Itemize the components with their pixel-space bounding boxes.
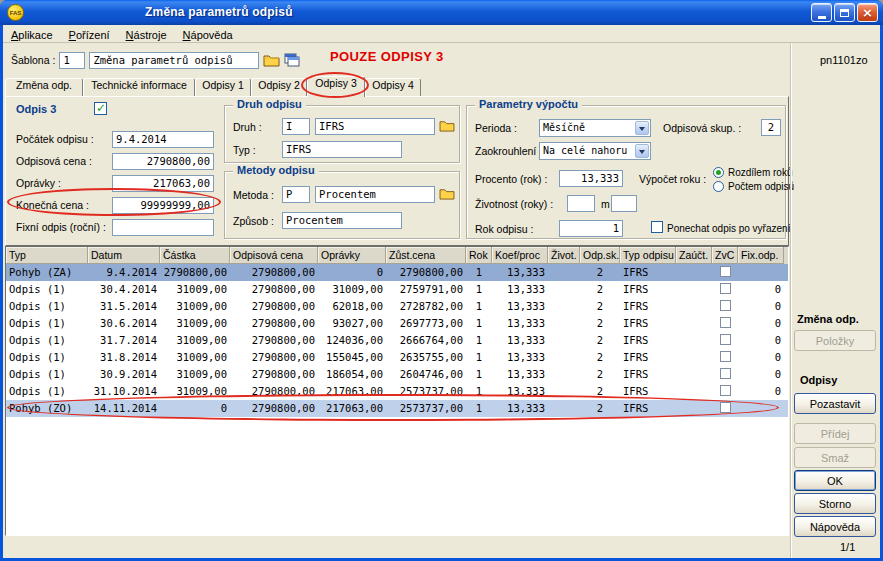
druh-code-field[interactable]: I bbox=[282, 118, 310, 135]
zvc-checkbox[interactable] bbox=[720, 334, 731, 345]
opravky-field[interactable]: 217063,00 bbox=[112, 175, 214, 192]
table-row-4[interactable]: Odpis (1)30.6.201431009,002790800,009302… bbox=[6, 315, 788, 332]
typ-field[interactable]: IFRS bbox=[282, 141, 402, 158]
zvc-checkbox[interactable] bbox=[720, 351, 731, 362]
pocatek-odpisu-field[interactable]: 9.4.2014 bbox=[112, 131, 214, 148]
odpis3-checkbox[interactable] bbox=[94, 102, 107, 115]
help-button[interactable]: Nápověda bbox=[794, 516, 876, 537]
cell: 13,333 bbox=[492, 315, 548, 332]
table-row-1[interactable]: Pohyb (ZA)9.4.20142790800,002790800,0002… bbox=[6, 264, 788, 281]
cell bbox=[712, 298, 738, 315]
druh-lookup-folder-icon[interactable] bbox=[439, 119, 455, 132]
cell: 0 bbox=[738, 383, 784, 400]
rok-odpisu-field[interactable]: 1 bbox=[559, 220, 623, 237]
ponechat-checkbox[interactable] bbox=[651, 221, 663, 233]
perioda-select[interactable]: Měsíčně bbox=[539, 119, 651, 137]
cell: 217063,00 bbox=[318, 400, 386, 417]
cell: 13,333 bbox=[492, 332, 548, 349]
zvc-checkbox[interactable] bbox=[720, 317, 731, 328]
zvc-checkbox[interactable] bbox=[720, 385, 731, 396]
maximize-button[interactable] bbox=[834, 3, 855, 22]
zpusob-field[interactable]: Procentem bbox=[282, 212, 402, 229]
odpisova-cena-label: Odpisová cena : bbox=[16, 155, 112, 167]
table-row-6[interactable]: Odpis (1)31.8.201431009,002790800,001550… bbox=[6, 349, 788, 366]
ok-button[interactable]: OK bbox=[794, 470, 876, 491]
odpisova-skup-field[interactable]: 2 bbox=[761, 119, 781, 136]
cell: IFRS bbox=[620, 400, 676, 417]
zaokrouhleni-select[interactable]: Na celé nahoru bbox=[539, 142, 651, 160]
cell: 2635755,00 bbox=[386, 349, 466, 366]
cell: 30.4.2014 bbox=[88, 281, 160, 298]
cell: 2 bbox=[580, 281, 620, 298]
cell: 1 bbox=[466, 332, 492, 349]
tab-odpisy-3[interactable]: Odpisy 3 bbox=[307, 76, 365, 97]
menu-porizeni[interactable]: Pořízení bbox=[61, 27, 118, 44]
column-header: Rok bbox=[466, 247, 492, 264]
tab-odpisy-4[interactable]: Odpisy 4 bbox=[365, 78, 421, 96]
cell: 31009,00 bbox=[160, 281, 230, 298]
tab-zmena-odp[interactable]: Změna odp. bbox=[5, 78, 83, 96]
odpisova-cena-field[interactable]: 2790800,00 bbox=[112, 153, 214, 170]
konecna-cena-field[interactable]: 99999999,00 bbox=[112, 197, 214, 214]
cell: 0 bbox=[738, 315, 784, 332]
pause-button[interactable]: Pozastavit bbox=[794, 393, 876, 414]
menu-aplikace[interactable]: Aplikace bbox=[3, 27, 61, 44]
zivotnost-field[interactable] bbox=[567, 195, 595, 212]
perioda-value: Měsíčně bbox=[543, 122, 585, 133]
cell: 31009,00 bbox=[160, 298, 230, 315]
metoda-code-field[interactable]: P bbox=[282, 186, 310, 203]
cell: 31009,00 bbox=[160, 383, 230, 400]
druh-name-field[interactable]: IFRS bbox=[315, 118, 435, 135]
zvc-checkbox[interactable] bbox=[720, 266, 731, 277]
metoda-name-field[interactable]: Procentem bbox=[315, 186, 435, 203]
cell: 62018,00 bbox=[318, 298, 386, 315]
cancel-button[interactable]: Storno bbox=[794, 493, 876, 514]
minimize-button[interactable] bbox=[811, 3, 832, 22]
column-header: Život. bbox=[548, 247, 580, 264]
tab-odpisy-1[interactable]: Odpisy 1 bbox=[195, 78, 251, 96]
cell bbox=[712, 281, 738, 298]
dropdown-arrow-icon bbox=[635, 144, 649, 158]
zvc-checkbox[interactable] bbox=[720, 402, 731, 413]
tab-technicke-informace[interactable]: Technické informace bbox=[83, 78, 195, 96]
cell bbox=[548, 332, 580, 349]
fixni-odpis-rocni-field[interactable] bbox=[112, 219, 214, 236]
tab-odpisy-2[interactable]: Odpisy 2 bbox=[251, 78, 307, 96]
zivotnost-months-field[interactable] bbox=[611, 195, 637, 212]
table-row-2[interactable]: Odpis (1)30.4.201431009,002790800,003100… bbox=[6, 281, 788, 298]
minimize-icon bbox=[818, 16, 826, 19]
open-template-folder-icon[interactable] bbox=[263, 53, 280, 67]
column-header: Datum bbox=[88, 247, 160, 264]
menu-nastroje[interactable]: Nástroje bbox=[118, 27, 175, 44]
depreciation-table: TypDatumČástkaOdpisová cenaOprávkyZůst.c… bbox=[5, 246, 789, 536]
cell: Odpis (1) bbox=[6, 366, 88, 383]
vypocet-radio-rozdilem[interactable]: Rozdílem roků bbox=[713, 167, 792, 178]
metoda-lookup-folder-icon[interactable] bbox=[439, 187, 455, 200]
title-bar[interactable]: FAS Změna parametrů odpisů × bbox=[0, 0, 883, 25]
template-windows-icon[interactable] bbox=[284, 53, 300, 67]
dropdown-arrow-icon bbox=[635, 121, 649, 135]
close-button[interactable]: × bbox=[857, 3, 878, 22]
procento-field[interactable]: 13,333 bbox=[559, 170, 623, 187]
table-row-3[interactable]: Odpis (1)31.5.201431009,002790800,006201… bbox=[6, 298, 788, 315]
zvc-checkbox[interactable] bbox=[720, 300, 731, 311]
warning-text: POUZE ODPISY 3 bbox=[330, 49, 444, 64]
table-row-9[interactable]: Pohyb (ZO)14.11.201402790800,00217063,00… bbox=[6, 400, 788, 417]
cell: 1 bbox=[466, 400, 492, 417]
table-row-5[interactable]: Odpis (1)31.7.201431009,002790800,001240… bbox=[6, 332, 788, 349]
table-row-8[interactable]: Odpis (1)31.10.201431009,002790800,00217… bbox=[6, 383, 788, 400]
cell: 2 bbox=[580, 332, 620, 349]
table-row-7[interactable]: Odpis (1)30.9.201431009,002790800,001860… bbox=[6, 366, 788, 383]
cell: 30.9.2014 bbox=[88, 366, 160, 383]
zvc-checkbox[interactable] bbox=[720, 368, 731, 379]
menu-napoveda[interactable]: Nápověda bbox=[175, 27, 241, 44]
template-name-field[interactable]: Změna parametrů odpisů bbox=[89, 52, 259, 69]
zvc-checkbox[interactable] bbox=[720, 283, 731, 294]
cell: 2728782,00 bbox=[386, 298, 466, 315]
pocatek-odpisu-row: Počátek odpisu :9.4.2014 bbox=[16, 128, 214, 150]
template-number-field[interactable]: 1 bbox=[59, 52, 85, 69]
zivotnost-m-label: m bbox=[601, 198, 610, 210]
vypocet-radio-poctem[interactable]: Počtem odpisů bbox=[713, 181, 794, 192]
cell: 13,333 bbox=[492, 298, 548, 315]
zaokrouhleni-label: Zaokrouhlení : bbox=[475, 145, 542, 157]
